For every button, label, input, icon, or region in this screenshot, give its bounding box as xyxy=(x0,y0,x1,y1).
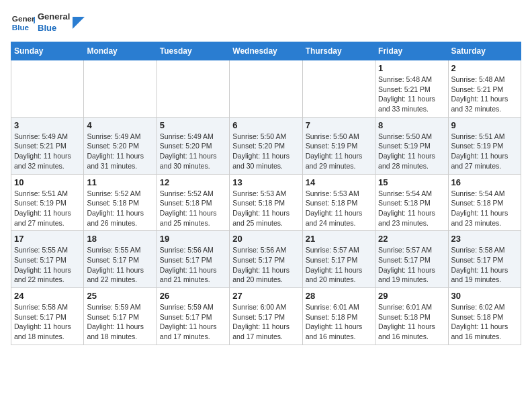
day-number: 8 xyxy=(378,120,445,130)
day-number: 3 xyxy=(14,120,81,130)
calendar-cell: 9Sunrise: 5:51 AM Sunset: 5:19 PM Daylig… xyxy=(448,117,521,174)
weekday-header: Friday xyxy=(375,42,448,60)
calendar-cell: 2Sunrise: 5:48 AM Sunset: 5:21 PM Daylig… xyxy=(448,60,521,118)
calendar-cell: 20Sunrise: 5:56 AM Sunset: 5:17 PM Dayli… xyxy=(230,231,302,288)
day-number: 11 xyxy=(87,177,153,187)
calendar-cell: 26Sunrise: 5:59 AM Sunset: 5:17 PM Dayli… xyxy=(157,288,229,345)
day-info: Sunrise: 6:01 AM Sunset: 5:18 PM Dayligh… xyxy=(306,302,372,342)
weekday-header: Wednesday xyxy=(230,42,302,60)
calendar-week-row: 24Sunrise: 5:58 AM Sunset: 5:17 PM Dayli… xyxy=(11,288,521,345)
day-info: Sunrise: 5:51 AM Sunset: 5:19 PM Dayligh… xyxy=(451,132,518,171)
calendar-cell: 3Sunrise: 5:49 AM Sunset: 5:21 PM Daylig… xyxy=(11,117,84,174)
calendar-header-row: SundayMondayTuesdayWednesdayThursdayFrid… xyxy=(11,42,521,60)
day-info: Sunrise: 5:50 AM Sunset: 5:20 PM Dayligh… xyxy=(232,132,299,171)
day-number: 26 xyxy=(160,291,226,301)
calendar-cell: 23Sunrise: 5:58 AM Sunset: 5:17 PM Dayli… xyxy=(448,231,521,288)
svg-marker-2 xyxy=(34,17,35,24)
svg-marker-3 xyxy=(73,17,85,29)
day-info: Sunrise: 5:49 AM Sunset: 5:20 PM Dayligh… xyxy=(160,132,226,171)
calendar-cell: 27Sunrise: 6:00 AM Sunset: 5:17 PM Dayli… xyxy=(230,288,302,345)
day-info: Sunrise: 6:02 AM Sunset: 5:18 PM Dayligh… xyxy=(451,302,518,342)
calendar-cell: 12Sunrise: 5:52 AM Sunset: 5:18 PM Dayli… xyxy=(157,174,229,231)
calendar-cell: 17Sunrise: 5:55 AM Sunset: 5:17 PM Dayli… xyxy=(11,231,84,288)
day-info: Sunrise: 5:53 AM Sunset: 5:18 PM Dayligh… xyxy=(232,189,299,228)
calendar-table: SundayMondayTuesdayWednesdayThursdayFrid… xyxy=(11,42,521,345)
day-number: 27 xyxy=(232,291,299,301)
calendar-cell: 13Sunrise: 5:53 AM Sunset: 5:18 PM Dayli… xyxy=(230,174,302,231)
day-number: 15 xyxy=(378,177,445,187)
calendar-cell: 14Sunrise: 5:53 AM Sunset: 5:18 PM Dayli… xyxy=(302,174,375,231)
day-info: Sunrise: 5:59 AM Sunset: 5:17 PM Dayligh… xyxy=(160,302,226,342)
day-info: Sunrise: 5:56 AM Sunset: 5:17 PM Dayligh… xyxy=(232,245,299,285)
day-number: 19 xyxy=(160,234,226,244)
day-info: Sunrise: 5:55 AM Sunset: 5:17 PM Dayligh… xyxy=(14,245,81,285)
calendar-cell: 11Sunrise: 5:52 AM Sunset: 5:18 PM Dayli… xyxy=(84,174,157,231)
day-number: 6 xyxy=(232,120,299,130)
day-info: Sunrise: 5:57 AM Sunset: 5:17 PM Dayligh… xyxy=(306,245,372,285)
day-number: 2 xyxy=(451,63,518,73)
weekday-header: Monday xyxy=(84,42,157,60)
day-info: Sunrise: 5:52 AM Sunset: 5:18 PM Dayligh… xyxy=(87,189,153,228)
day-info: Sunrise: 5:48 AM Sunset: 5:21 PM Dayligh… xyxy=(378,75,445,114)
day-info: Sunrise: 5:56 AM Sunset: 5:17 PM Dayligh… xyxy=(160,245,226,285)
day-info: Sunrise: 5:49 AM Sunset: 5:21 PM Dayligh… xyxy=(14,132,81,171)
logo: General Blue General Blue xyxy=(11,11,85,35)
day-number: 20 xyxy=(232,234,299,244)
weekday-header: Saturday xyxy=(448,42,521,60)
calendar-cell: 29Sunrise: 6:01 AM Sunset: 5:18 PM Dayli… xyxy=(375,288,448,345)
day-info: Sunrise: 6:00 AM Sunset: 5:17 PM Dayligh… xyxy=(232,302,299,342)
day-info: Sunrise: 6:01 AM Sunset: 5:18 PM Dayligh… xyxy=(378,302,445,342)
day-info: Sunrise: 5:57 AM Sunset: 5:17 PM Dayligh… xyxy=(378,245,445,285)
calendar-cell: 30Sunrise: 6:02 AM Sunset: 5:18 PM Dayli… xyxy=(448,288,521,345)
calendar-cell: 24Sunrise: 5:58 AM Sunset: 5:17 PM Dayli… xyxy=(11,288,84,345)
calendar-cell xyxy=(11,60,84,118)
day-info: Sunrise: 5:58 AM Sunset: 5:17 PM Dayligh… xyxy=(451,245,518,285)
day-info: Sunrise: 5:54 AM Sunset: 5:18 PM Dayligh… xyxy=(378,189,445,228)
day-number: 1 xyxy=(378,63,445,73)
day-number: 21 xyxy=(306,234,372,244)
weekday-header: Thursday xyxy=(302,42,375,60)
calendar-week-row: 3Sunrise: 5:49 AM Sunset: 5:21 PM Daylig… xyxy=(11,117,521,174)
calendar-cell: 18Sunrise: 5:55 AM Sunset: 5:17 PM Dayli… xyxy=(84,231,157,288)
calendar-cell: 8Sunrise: 5:50 AM Sunset: 5:19 PM Daylig… xyxy=(375,117,448,174)
day-number: 29 xyxy=(378,291,445,301)
day-info: Sunrise: 5:48 AM Sunset: 5:21 PM Dayligh… xyxy=(451,75,518,114)
day-number: 17 xyxy=(14,234,81,244)
day-info: Sunrise: 5:55 AM Sunset: 5:17 PM Dayligh… xyxy=(87,245,153,285)
day-number: 16 xyxy=(451,177,518,187)
day-number: 7 xyxy=(306,120,372,130)
calendar-cell xyxy=(84,60,157,118)
calendar-cell: 10Sunrise: 5:51 AM Sunset: 5:19 PM Dayli… xyxy=(11,174,84,231)
calendar-cell xyxy=(157,60,229,118)
day-info: Sunrise: 5:50 AM Sunset: 5:19 PM Dayligh… xyxy=(378,132,445,171)
day-number: 24 xyxy=(14,291,81,301)
calendar-cell xyxy=(302,60,375,118)
calendar-week-row: 17Sunrise: 5:55 AM Sunset: 5:17 PM Dayli… xyxy=(11,231,521,288)
calendar-cell: 28Sunrise: 6:01 AM Sunset: 5:18 PM Dayli… xyxy=(302,288,375,345)
svg-text:General: General xyxy=(12,14,35,23)
day-number: 12 xyxy=(160,177,226,187)
day-number: 10 xyxy=(14,177,81,187)
calendar-cell: 5Sunrise: 5:49 AM Sunset: 5:20 PM Daylig… xyxy=(157,117,229,174)
day-number: 13 xyxy=(232,177,299,187)
calendar-cell: 1Sunrise: 5:48 AM Sunset: 5:21 PM Daylig… xyxy=(375,60,448,118)
weekday-header: Tuesday xyxy=(157,42,229,60)
calendar-cell: 7Sunrise: 5:50 AM Sunset: 5:19 PM Daylig… xyxy=(302,117,375,174)
day-info: Sunrise: 5:51 AM Sunset: 5:19 PM Dayligh… xyxy=(14,189,81,228)
day-info: Sunrise: 5:59 AM Sunset: 5:17 PM Dayligh… xyxy=(87,302,153,342)
day-number: 4 xyxy=(87,120,153,130)
day-info: Sunrise: 5:49 AM Sunset: 5:20 PM Dayligh… xyxy=(87,132,153,171)
day-number: 18 xyxy=(87,234,153,244)
day-number: 28 xyxy=(306,291,372,301)
calendar-cell xyxy=(230,60,302,118)
calendar-cell: 15Sunrise: 5:54 AM Sunset: 5:18 PM Dayli… xyxy=(375,174,448,231)
day-number: 22 xyxy=(378,234,445,244)
page-header: General Blue General Blue xyxy=(11,11,521,35)
logo-triangle-icon xyxy=(73,17,85,29)
calendar-week-row: 1Sunrise: 5:48 AM Sunset: 5:21 PM Daylig… xyxy=(11,60,521,118)
calendar-cell: 22Sunrise: 5:57 AM Sunset: 5:17 PM Dayli… xyxy=(375,231,448,288)
svg-text:Blue: Blue xyxy=(12,23,30,32)
day-number: 30 xyxy=(451,291,518,301)
logo-blue: Blue xyxy=(38,23,70,34)
day-info: Sunrise: 5:50 AM Sunset: 5:19 PM Dayligh… xyxy=(306,132,372,171)
